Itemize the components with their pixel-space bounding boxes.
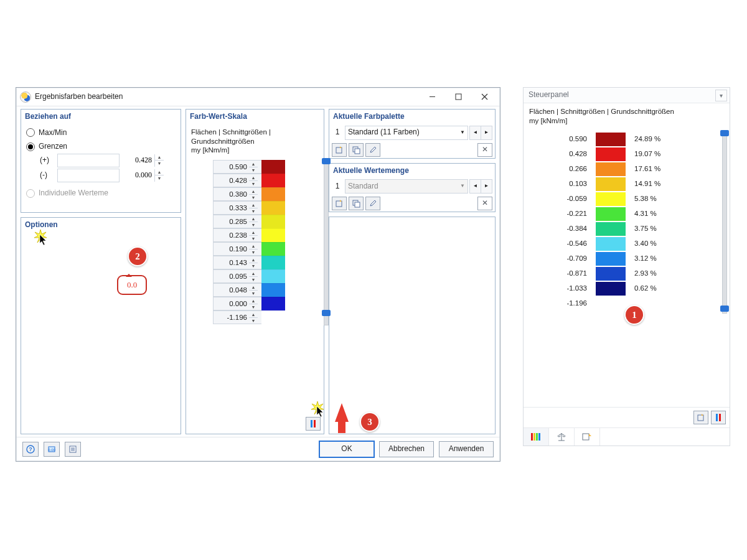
grenzen-plus-input[interactable]: ▲▼ bbox=[57, 154, 120, 167]
sp-header-line1: Flächen | Schnittgrößen | Grundschnittgr… bbox=[529, 107, 724, 116]
scale-color[interactable] bbox=[261, 297, 285, 310]
scale-value[interactable]: 0.190▲▼ bbox=[213, 242, 261, 256]
scale-value[interactable]: -1.196▲▼ bbox=[213, 310, 261, 324]
units-button[interactable]: 0,00 bbox=[44, 442, 60, 457]
palette-combo[interactable]: Standard (11 Farben)▼ bbox=[345, 126, 468, 140]
palette-new-button[interactable] bbox=[332, 143, 347, 157]
scale-color[interactable] bbox=[261, 242, 285, 256]
valueset-combo: Standard▼ bbox=[345, 179, 468, 194]
sp-value: -0.059 bbox=[531, 194, 596, 203]
sp-value: -0.709 bbox=[531, 254, 596, 263]
svg-rect-16 bbox=[719, 414, 721, 421]
sp-percent: 24.89 % bbox=[626, 134, 722, 144]
palette-delete-button[interactable]: ✕ bbox=[477, 143, 492, 157]
cancel-button[interactable]: Abbrechen bbox=[379, 441, 434, 457]
titlebar[interactable]: Ergebnisfarben bearbeiten bbox=[16, 88, 500, 106]
scale-range-slider[interactable] bbox=[324, 160, 329, 325]
scale-color[interactable] bbox=[261, 201, 285, 215]
svg-rect-18 bbox=[533, 433, 535, 441]
sp-tab-colors[interactable] bbox=[524, 428, 549, 446]
grenzen-minus-input[interactable]: ▲▼ bbox=[57, 169, 120, 182]
palette-prev-button[interactable]: ◄ bbox=[469, 126, 481, 140]
spin-down-icon[interactable]: ▼ bbox=[155, 161, 164, 167]
svg-text:0,00: 0,00 bbox=[48, 448, 55, 452]
palette-edit-button[interactable] bbox=[365, 143, 380, 157]
maximize-button[interactable] bbox=[445, 90, 471, 105]
spin-up-icon[interactable]: ▲ bbox=[155, 169, 164, 176]
svg-rect-0 bbox=[456, 94, 461, 100]
window-title: Ergebnisfarben bearbeiten bbox=[35, 92, 419, 102]
scale-value[interactable]: 0.238▲▼ bbox=[213, 228, 261, 242]
scale-value[interactable]: 0.380▲▼ bbox=[213, 187, 261, 201]
spin-up-icon[interactable]: ▲ bbox=[155, 154, 164, 161]
scale-color-empty bbox=[261, 310, 285, 324]
sp-color bbox=[596, 267, 626, 281]
sp-value: 0.266 bbox=[531, 164, 596, 174]
control-panel-titlebar[interactable]: Steuerpanel ▾ bbox=[524, 88, 730, 103]
radio-grenzen[interactable]: Grenzen bbox=[26, 142, 176, 152]
scale-value[interactable]: 0.143▲▼ bbox=[213, 256, 261, 269]
apply-button[interactable]: Anwenden bbox=[439, 441, 494, 457]
scale-value[interactable]: 0.000▲▼ bbox=[213, 297, 261, 310]
sp-value: -0.221 bbox=[531, 209, 596, 218]
sp-tab-balance[interactable] bbox=[549, 428, 575, 446]
sp-header-line2: my [kNm/m] bbox=[529, 116, 724, 126]
group-refer-title: Beziehen auf bbox=[21, 110, 181, 124]
svg-rect-17 bbox=[531, 433, 533, 441]
close-button[interactable] bbox=[471, 90, 497, 105]
valueset-prev-button[interactable]: ◄ bbox=[469, 179, 481, 194]
sp-color bbox=[596, 207, 626, 221]
valueset-edit-button[interactable] bbox=[365, 197, 380, 210]
palette-copy-button[interactable] bbox=[349, 143, 364, 157]
scale-color[interactable] bbox=[261, 228, 285, 242]
help-button[interactable]: ? bbox=[22, 442, 39, 457]
svg-rect-1 bbox=[311, 420, 312, 427]
scale-color[interactable] bbox=[261, 215, 285, 228]
scale-color[interactable] bbox=[261, 160, 285, 174]
scale-color[interactable] bbox=[261, 187, 285, 201]
control-panel-title: Steuerpanel bbox=[529, 90, 569, 100]
annotation-badge-3: 3 bbox=[360, 412, 380, 432]
sp-scale-settings-button[interactable] bbox=[711, 411, 726, 424]
scale-color[interactable] bbox=[261, 269, 285, 283]
radio-individual-label: Individuelle Werteme bbox=[39, 189, 108, 198]
radio-individual: Individuelle Werteme bbox=[26, 189, 176, 198]
sp-value: -1.033 bbox=[531, 284, 596, 293]
pin-icon[interactable]: ▾ bbox=[715, 90, 727, 101]
scale-value[interactable]: 0.590▲▼ bbox=[213, 160, 261, 174]
scale-color[interactable] bbox=[261, 283, 285, 297]
sp-tab-info[interactable] bbox=[575, 428, 600, 446]
palette-next-button[interactable]: ► bbox=[481, 126, 492, 140]
svg-rect-20 bbox=[538, 433, 540, 441]
scale-value[interactable]: 0.048▲▼ bbox=[213, 283, 261, 297]
scale-color[interactable] bbox=[261, 174, 285, 187]
sp-color bbox=[596, 133, 626, 146]
sp-percent: 14.91 % bbox=[626, 179, 722, 189]
valueset-next-button[interactable]: ► bbox=[481, 179, 492, 194]
scale-settings-button[interactable] bbox=[306, 417, 321, 431]
scale-color[interactable] bbox=[261, 256, 285, 269]
scale-header-line1: Flächen | Schnittgrößen | Grundschnittgr… bbox=[191, 128, 319, 146]
valueset-copy-button[interactable] bbox=[349, 197, 364, 210]
valueset-new-button[interactable] bbox=[332, 197, 347, 210]
scale-value[interactable]: 0.285▲▼ bbox=[213, 215, 261, 228]
sp-percent: 3.75 % bbox=[626, 224, 722, 233]
list-button[interactable] bbox=[65, 442, 81, 457]
valueset-delete-button[interactable]: ✕ bbox=[477, 197, 492, 210]
sp-range-slider[interactable] bbox=[722, 132, 727, 314]
sp-value: -1.196 bbox=[531, 299, 596, 308]
annotation-badge-2: 2 bbox=[128, 246, 148, 266]
minimize-button[interactable] bbox=[419, 90, 445, 105]
spin-down-icon[interactable]: ▼ bbox=[155, 175, 164, 182]
radio-maxmin[interactable]: Max/Min bbox=[26, 128, 176, 138]
scale-value[interactable]: 0.095▲▼ bbox=[213, 269, 261, 283]
sp-percent: 3.40 % bbox=[626, 239, 722, 248]
sp-edit-colors-button[interactable] bbox=[693, 411, 708, 424]
sp-value: -0.546 bbox=[531, 239, 596, 248]
ok-button[interactable]: OK bbox=[319, 441, 374, 457]
color-value-list: 0.590▲▼ 0.428▲▼ 0.380▲▼ 0.333▲▼ 0.285▲▼ … bbox=[191, 160, 319, 324]
scale-value[interactable]: 0.333▲▼ bbox=[213, 201, 261, 215]
scale-value[interactable]: 0.428▲▼ bbox=[213, 174, 261, 187]
sp-value: 0.590 bbox=[531, 134, 596, 144]
chevron-down-icon: ▼ bbox=[460, 183, 465, 189]
